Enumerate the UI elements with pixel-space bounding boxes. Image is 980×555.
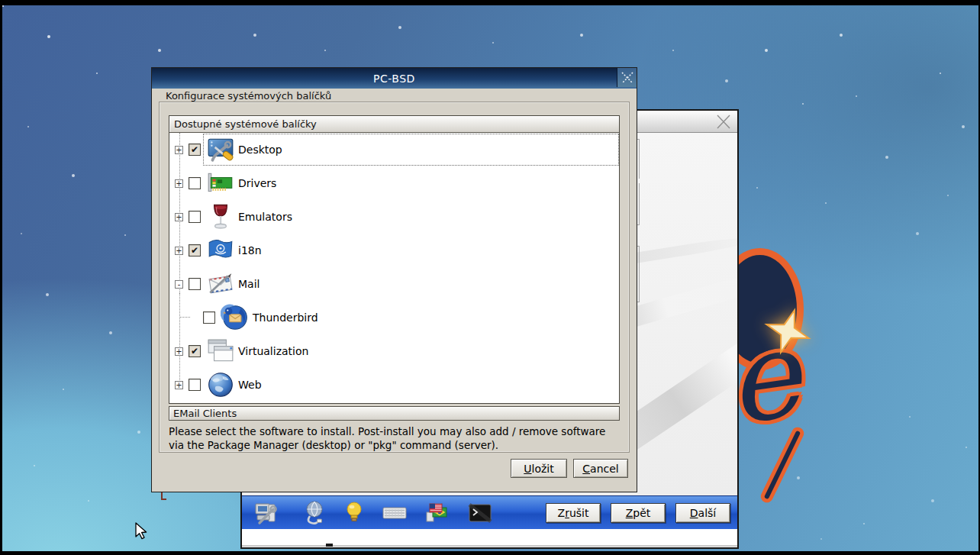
tree-row-desktop[interactable]: + ✔ Desktop	[169, 133, 619, 166]
dialog-close-button[interactable]	[617, 68, 637, 87]
emulators-icon	[206, 202, 235, 231]
button-label: Zrušit	[558, 507, 589, 519]
expand-toggle[interactable]: +	[175, 146, 183, 154]
expand-toggle[interactable]: +	[175, 247, 183, 255]
checkbox-emulators[interactable]	[189, 211, 201, 223]
cancel-wizard-button[interactable]: Zrušit	[546, 503, 601, 523]
button-label: Cancel	[582, 463, 618, 475]
render-artifact	[161, 492, 166, 500]
button-label: Uložit	[524, 463, 553, 475]
expand-toggle[interactable]: +	[175, 347, 183, 356]
wizard-toolbar: Zrušit Zpět Další	[242, 495, 737, 529]
tree-row-label: Emulators	[238, 211, 292, 223]
network-icon[interactable]	[301, 500, 327, 526]
mouse-cursor	[134, 522, 151, 542]
row-content[interactable]: Web	[203, 369, 619, 401]
virtualization-icon	[206, 337, 235, 366]
close-icon	[621, 72, 634, 84]
checkbox-drivers[interactable]	[189, 177, 201, 189]
row-content[interactable]: Emulators	[203, 201, 619, 233]
dialog-titlebar[interactable]: PC-BSD	[152, 68, 637, 89]
keyboard-icon[interactable]	[382, 500, 408, 526]
tree-row-label: i18n	[238, 244, 262, 257]
tree-row-label: Web	[238, 379, 262, 391]
sparkle-star-icon	[764, 308, 811, 355]
tree-row-label: Desktop	[238, 144, 282, 156]
checkbox-virtualization[interactable]: ✔	[189, 345, 201, 357]
terminal-icon[interactable]	[467, 500, 493, 526]
drivers-icon	[206, 169, 235, 198]
wizard-close-icon[interactable]	[714, 113, 733, 131]
system-icon[interactable]	[253, 500, 279, 526]
tree-row-mail[interactable]: -	[169, 267, 619, 301]
tree-row-virtualization[interactable]: + ✔ Virtualization	[169, 334, 619, 368]
expand-toggle[interactable]: +	[175, 179, 183, 188]
row-content[interactable]: Desktop	[203, 134, 619, 166]
thunderbird-icon	[221, 303, 250, 332]
tree-row-label: Virtualization	[238, 345, 308, 357]
tree-rows: + ✔ Desktop	[169, 133, 619, 403]
checkmark: ✔	[191, 346, 198, 357]
wizard-bottom-strip	[242, 529, 737, 547]
tree-row-emulators[interactable]: + Emulators	[169, 200, 619, 234]
checkbox-thunderbird[interactable]	[203, 311, 215, 324]
button-label: Zpět	[626, 507, 651, 519]
resize-tick	[326, 544, 333, 547]
tree-row-thunderbird[interactable]: Thunderbird	[169, 301, 619, 334]
packages-tree: Dostupné systémové balíčky + ✔	[169, 115, 620, 404]
checkbox-i18n[interactable]: ✔	[189, 244, 201, 257]
checkmark: ✔	[191, 245, 198, 256]
row-content[interactable]: Mail	[203, 268, 619, 300]
expand-toggle[interactable]: +	[175, 381, 183, 389]
install-info-text: Please select the software to install. P…	[169, 425, 618, 453]
i18n-icon	[206, 236, 235, 265]
expand-toggle[interactable]: +	[175, 213, 183, 221]
row-content[interactable]: i18n	[203, 234, 619, 266]
row-content[interactable]: Thunderbird	[218, 302, 619, 334]
category-status-bar: EMail Clients	[169, 406, 620, 421]
screen: e	[0, 0, 980, 555]
groupbox-label: Konfigurace systémových balíčků	[163, 90, 334, 102]
tree-row-i18n[interactable]: + ✔ i18n	[169, 234, 619, 267]
button-label: Další	[690, 507, 716, 519]
tree-row-label: Drivers	[238, 177, 276, 189]
checkbox-desktop[interactable]: ✔	[189, 144, 201, 156]
tree-row-label: Mail	[238, 278, 260, 290]
checkmark: ✔	[191, 144, 198, 155]
save-button[interactable]: Uložit	[511, 459, 567, 478]
desktop-icon	[206, 135, 235, 164]
next-button[interactable]: Další	[675, 503, 730, 523]
pcbsd-dialog: PC-BSD Konfigurace systémových balíčků D…	[151, 67, 637, 492]
dialog-title: PC-BSD	[373, 73, 415, 85]
row-content[interactable]: Virtualization	[203, 335, 619, 367]
row-content[interactable]: Drivers	[203, 167, 619, 199]
tree-row-label: Thunderbird	[253, 311, 318, 324]
wallpaper-sparkles	[2, 5, 4, 7]
web-icon	[206, 370, 235, 399]
tree-row-drivers[interactable]: + Drivers	[169, 166, 619, 200]
tree-branch-elbow	[179, 293, 190, 318]
back-button[interactable]: Zpět	[611, 503, 666, 523]
locale-icon[interactable]	[424, 500, 450, 526]
tip-icon[interactable]	[341, 500, 367, 526]
cancel-button[interactable]: Cancel	[573, 459, 628, 478]
checkbox-web[interactable]	[189, 379, 201, 391]
mail-icon	[206, 269, 235, 298]
tree-row-web[interactable]: + Web	[169, 368, 619, 402]
expand-toggle[interactable]: -	[175, 280, 183, 289]
dialog-body: Konfigurace systémových balíčků Dostupné…	[152, 89, 637, 492]
tree-header[interactable]: Dostupné systémové balíčky	[169, 116, 619, 133]
checkbox-mail[interactable]	[189, 278, 201, 290]
